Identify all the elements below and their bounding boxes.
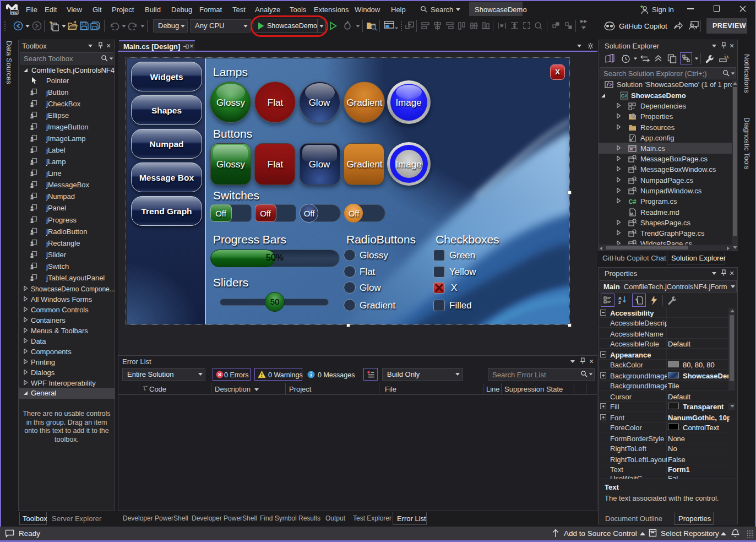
svg-text:C#: C# — [621, 93, 627, 99]
svg-text:C#: C# — [628, 198, 636, 205]
svg-text:PRE: PRE — [10, 10, 18, 14]
svg-text:M↓: M↓ — [630, 212, 635, 216]
svg-text:Z: Z — [618, 300, 621, 305]
